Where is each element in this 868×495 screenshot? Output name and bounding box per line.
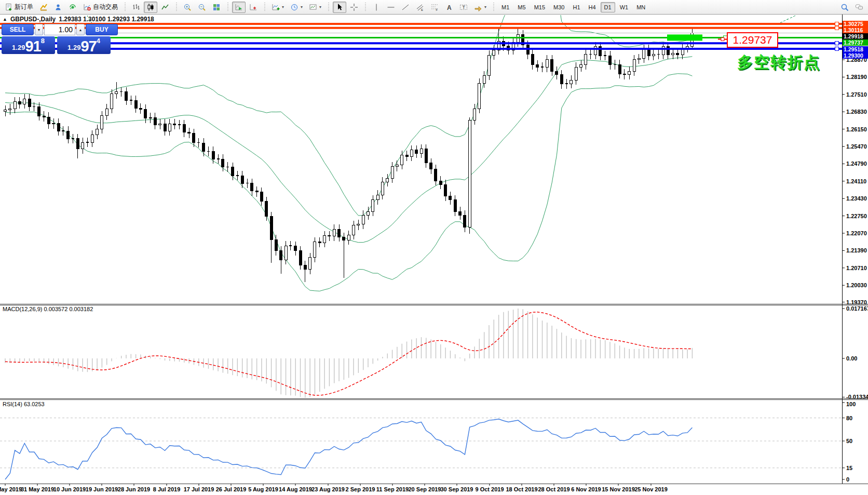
price-tick-label: 1.22750	[846, 213, 867, 219]
date-tick-label: 11 Sep 2019	[376, 486, 409, 492]
macd-tick-label: -0.013348	[846, 394, 868, 400]
buy-price-prefix: 1.29	[67, 44, 80, 51]
price-flag-label: 1.30116	[844, 27, 863, 33]
rsi-tick-label: 15	[846, 465, 852, 471]
chart-frame	[0, 15, 868, 484]
line-handle[interactable]	[835, 22, 839, 25]
buy-button[interactable]: BUY	[86, 24, 118, 35]
date-tick-label: 31 May 2019	[21, 486, 54, 492]
price-tick-label: 1.26150	[846, 126, 867, 132]
volume-input[interactable]	[44, 24, 75, 35]
date-tick-label: 26 Jul 2019	[216, 486, 247, 492]
date-tick-label: 25 Nov 2019	[634, 486, 668, 492]
date-tick-label: 14 Aug 2019	[279, 486, 312, 492]
rsi-tick-label: 50	[846, 438, 852, 444]
price-tick-label: 1.20710	[846, 265, 867, 271]
volume-decrease-button[interactable]: ▼	[35, 24, 43, 35]
rsi-pane	[0, 418, 842, 479]
price-flag-label: 1.29918	[844, 33, 863, 39]
date-tick-label: 17 Jul 2019	[184, 486, 214, 492]
price-tick-label: 1.19370	[846, 299, 867, 305]
date-tick-label: 22 May 2019	[0, 486, 22, 492]
rsi-line	[5, 419, 692, 479]
one-click-trading-panel: SELL ▼ ▲ BUY 1.29918 1.29974	[2, 24, 111, 54]
macd-signal-line	[5, 312, 692, 395]
date-tick-label: 23 Aug 2019	[311, 486, 345, 492]
buy-price-big: 97	[80, 39, 96, 53]
sell-price-big: 91	[25, 39, 40, 53]
chart-title: ▲GBPUSD-,Daily1.29383 1.30100 1.29293 1.…	[3, 16, 154, 23]
macd-tick-label: 0.017167	[846, 305, 868, 312]
price-flag-label: 1.30275	[844, 21, 863, 27]
macd-indicator-label: MACD(12,26,9) 0.003572 0.003182	[3, 306, 93, 312]
highlight-rectangle[interactable]	[667, 34, 702, 41]
price-tick-label: 1.25470	[846, 143, 867, 150]
date-tick-label: 28 Oct 2019	[538, 486, 569, 492]
buy-price-sup: 4	[97, 37, 100, 45]
volume-increase-button[interactable]: ▲	[76, 24, 85, 35]
date-tick-label: 15 Nov 2019	[602, 486, 635, 492]
one-click-collapse-icon[interactable]: ▲	[3, 17, 7, 22]
date-tick-label: 30 Sep 2019	[441, 486, 473, 492]
buy-price-display[interactable]: 1.29974	[57, 36, 111, 54]
rsi-tick-label: 0	[846, 476, 849, 483]
price-tick-label: 1.21390	[846, 247, 867, 253]
rsi-tick-label: 80	[846, 415, 852, 421]
sell-price-prefix: 1.29	[12, 44, 25, 51]
chart-symbol-period: GBPUSD-,Daily	[10, 16, 56, 23]
macd-tick-label: 0.00	[846, 355, 857, 362]
price-flag-label: 1.29518	[844, 46, 863, 52]
trendline-fragment[interactable]	[780, 15, 796, 23]
date-tick-label: 19 Jun 2019	[86, 486, 118, 492]
date-tick-label: 10 Jun 2019	[53, 486, 86, 492]
turning-point-annotation[interactable]: 多空转折点	[737, 52, 820, 73]
annotation-handle[interactable]	[721, 38, 724, 41]
date-tick-label: 20 Sep 2019	[409, 486, 441, 492]
line-handle[interactable]	[835, 26, 839, 30]
sell-button[interactable]: SELL	[2, 24, 34, 35]
chart-ohlc-values: 1.29383 1.30100 1.29293 1.29918	[59, 16, 154, 23]
line-handle[interactable]	[835, 42, 839, 45]
date-tick-label: 8 Jul 2019	[153, 486, 181, 492]
date-tick-label: 2 Sep 2019	[346, 486, 375, 492]
rsi-indicator-label: RSI(14) 63.0253	[3, 401, 45, 407]
price-tick-label: 1.20030	[846, 282, 867, 288]
price-tick-label: 1.28190	[846, 74, 867, 80]
date-tick-label: 5 Aug 2019	[248, 486, 278, 492]
date-axis[interactable]: 22 May 201931 May 201910 Jun 201919 Jun …	[0, 484, 668, 492]
line-handle[interactable]	[835, 47, 839, 50]
date-tick-label: 18 Oct 2019	[506, 486, 537, 492]
sell-price-sup: 8	[41, 37, 45, 45]
mt4-terminal: 新订单 自动交易	[0, 0, 868, 495]
price-tick-label: 1.24110	[846, 178, 866, 184]
date-tick-label: 9 Oct 2019	[475, 486, 504, 492]
horizontal-lines	[0, 22, 842, 50]
price-tick-label: 1.24790	[846, 160, 867, 167]
chart-canvas[interactable]: 1.288701.281901.275101.268301.261501.254…	[0, 0, 868, 495]
price-tick-label: 1.23430	[846, 195, 867, 202]
price-tick-label: 1.26830	[846, 109, 867, 115]
price-flag-label: 1.29737	[844, 39, 863, 46]
price-tick-label: 1.22070	[846, 230, 867, 236]
rsi-tick-label: 100	[846, 401, 856, 407]
price-tick-label: 1.27510	[846, 91, 867, 98]
price-axis: 1.288701.281901.275101.268301.261501.254…	[842, 21, 868, 483]
candles	[4, 15, 797, 282]
price-annotation-box[interactable]: 1.29737	[727, 32, 778, 48]
macd-pane	[5, 309, 692, 398]
price-flag-label: 1.29300	[844, 52, 863, 59]
date-tick-label: 28 Jun 2019	[118, 486, 150, 492]
date-tick-label: 6 Nov 2019	[571, 486, 601, 492]
sell-price-display[interactable]: 1.29918	[2, 36, 55, 54]
